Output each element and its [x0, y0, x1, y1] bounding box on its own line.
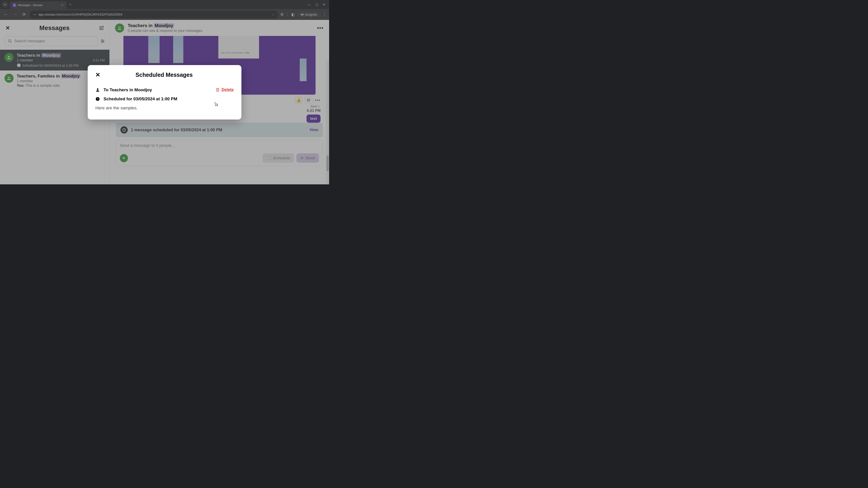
modal-scheduled-line: Scheduled for 03/05/2024 at 1:00 PM [103, 96, 177, 101]
modal-message-body: Here are the samples. [95, 105, 234, 110]
modal-title: Scheduled Messages [100, 72, 228, 78]
modal-to-line: To Teachers in Moodjoy [103, 88, 216, 92]
clock-icon [95, 97, 101, 101]
delete-button[interactable]: Delete [216, 88, 234, 92]
modal-overlay[interactable]: ✕ Scheduled Messages To Teachers in Mood… [0, 0, 329, 184]
mouse-cursor [214, 101, 219, 107]
trash-icon [216, 88, 220, 92]
scheduled-messages-modal: ✕ Scheduled Messages To Teachers in Mood… [88, 65, 241, 120]
svg-point-20 [97, 88, 98, 90]
modal-close-button[interactable]: ✕ [95, 71, 100, 78]
delete-label: Delete [221, 88, 234, 92]
person-icon [95, 88, 101, 92]
